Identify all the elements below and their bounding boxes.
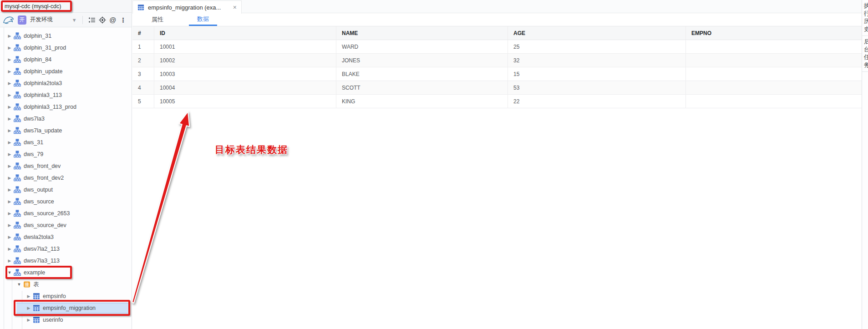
tree-item-dolphinla2tola3[interactable]: ▶dolphinla2tola3 bbox=[0, 77, 132, 89]
expand-arrow-icon[interactable]: ▶ bbox=[6, 69, 13, 74]
table-row[interactable]: 210002JONES32 bbox=[132, 54, 862, 67]
right-panel-tab-0[interactable]: 执行历史 bbox=[862, 0, 868, 36]
expand-arrow-icon[interactable]: ▶ bbox=[6, 105, 13, 109]
expand-arrow-icon[interactable]: ▶ bbox=[6, 176, 13, 180]
tab-close-icon[interactable]: × bbox=[233, 4, 237, 11]
tree-item-dolphin-31[interactable]: ▶dolphin_31 bbox=[0, 30, 132, 42]
table-cell[interactable]: 2 bbox=[132, 54, 154, 67]
env-selector-label: 开发环境 bbox=[30, 16, 53, 24]
table-cell[interactable]: 10004 bbox=[154, 81, 336, 94]
table-cell[interactable]: 53 bbox=[508, 81, 686, 94]
more-icon[interactable]: ⋮ bbox=[118, 15, 128, 25]
right-panel-tab-1[interactable]: 后台任务 bbox=[862, 36, 868, 72]
table-cell[interactable]: 4 bbox=[132, 81, 154, 94]
expand-arrow-icon[interactable]: ▶ bbox=[6, 211, 13, 216]
tree-item-dws7la3[interactable]: ▶dws7la3 bbox=[0, 113, 132, 125]
tree-item-dwsv7la2-113[interactable]: ▶dwsv7la2_113 bbox=[0, 243, 132, 255]
tree-item-dws-output[interactable]: ▶dws_output bbox=[0, 184, 132, 196]
tree-item-dws-front-dev[interactable]: ▶dws_front_dev bbox=[0, 160, 132, 172]
tree-item-dws-79[interactable]: ▶dws_79 bbox=[0, 148, 132, 160]
tree-item--[interactable]: ▼表 bbox=[0, 278, 132, 290]
expand-arrow-icon[interactable]: ▶ bbox=[6, 140, 13, 145]
table-row[interactable]: 310003BLAKE15 bbox=[132, 67, 862, 81]
tree-item-dolphinla3-113-prod[interactable]: ▶dolphinla3_113_prod bbox=[0, 101, 132, 113]
table-row[interactable]: 510005KING22 bbox=[132, 95, 862, 108]
expand-arrow-icon[interactable]: ▶ bbox=[6, 187, 13, 192]
table-cell[interactable]: JONES bbox=[336, 54, 508, 67]
locate-icon[interactable] bbox=[97, 15, 107, 25]
subtab-properties[interactable]: 属性 bbox=[143, 13, 172, 26]
expand-arrow-icon[interactable]: ▶ bbox=[6, 199, 13, 204]
expand-arrow-icon[interactable]: ▶ bbox=[25, 294, 32, 299]
tree-item-dws-source-2653[interactable]: ▶dws_source_2653 bbox=[0, 208, 132, 219]
tree-item-dwsla2tola3[interactable]: ▶dwsla2tola3 bbox=[0, 231, 132, 243]
tree-item-userinfo[interactable]: ▶userinfo bbox=[0, 314, 132, 326]
expand-arrow-icon[interactable]: ▶ bbox=[6, 223, 13, 228]
column-header-id[interactable]: ID bbox=[154, 26, 336, 40]
tree-item-dolphin-update[interactable]: ▶dolphin_update bbox=[0, 66, 132, 77]
expand-arrow-icon[interactable]: ▶ bbox=[6, 164, 13, 168]
tree-item-dws7la-update[interactable]: ▶dws7la_update bbox=[0, 125, 132, 137]
table-row[interactable]: 410004SCOTT53 bbox=[132, 81, 862, 95]
expand-arrow-icon[interactable]: ▶ bbox=[6, 46, 13, 50]
table-cell[interactable]: 25 bbox=[508, 40, 686, 53]
table-cell[interactable]: 32 bbox=[508, 54, 686, 67]
table-row[interactable]: 110001WARD25 bbox=[132, 40, 862, 54]
column-header-empno[interactable]: EMPNO bbox=[686, 26, 862, 40]
table-cell[interactable] bbox=[686, 67, 862, 81]
tree-item-dolphin-84[interactable]: ▶dolphin_84 bbox=[0, 54, 132, 66]
expand-arrow-icon[interactable]: ▶ bbox=[6, 247, 13, 251]
table-cell[interactable]: 1 bbox=[132, 40, 154, 53]
tree-item-dws-source[interactable]: ▶dws_source bbox=[0, 196, 132, 208]
table-cell[interactable]: 15 bbox=[508, 67, 686, 81]
expand-arrow-icon[interactable]: ▶ bbox=[6, 258, 13, 263]
tree-item-dws-front-dev2[interactable]: ▶dws_front_dev2 bbox=[0, 172, 132, 184]
subtab-data[interactable]: 数据 bbox=[189, 13, 217, 26]
schema-icon bbox=[14, 151, 21, 158]
tree-item-dws-source-dev[interactable]: ▶dws_source_dev bbox=[0, 219, 132, 231]
table-cell[interactable]: SCOTT bbox=[336, 81, 508, 94]
column-header-age[interactable]: AGE bbox=[508, 26, 686, 40]
table-cell[interactable] bbox=[686, 81, 862, 94]
collapse-arrow-icon[interactable]: ▼ bbox=[16, 282, 22, 287]
tree-item-empsinfo[interactable]: ▶empsinfo bbox=[0, 290, 132, 302]
expand-arrow-icon[interactable]: ▶ bbox=[25, 318, 32, 322]
table-cell[interactable]: 10001 bbox=[154, 40, 336, 53]
table-cell[interactable]: 10005 bbox=[154, 95, 336, 108]
table-cell[interactable] bbox=[686, 54, 862, 67]
expand-arrow-icon[interactable]: ▶ bbox=[6, 116, 13, 121]
mention-icon[interactable]: @ bbox=[108, 15, 117, 25]
chevron-down-icon[interactable]: ▼ bbox=[72, 17, 77, 23]
tree-item-empsinfo-miggration[interactable]: ▶empsinfo_miggration bbox=[0, 302, 132, 314]
column-header-row-number[interactable]: # bbox=[132, 26, 154, 40]
list-settings-icon[interactable] bbox=[87, 15, 97, 25]
expand-arrow-icon[interactable]: ▶ bbox=[6, 81, 13, 86]
expand-arrow-icon[interactable]: ▶ bbox=[6, 34, 13, 38]
table-cell[interactable]: WARD bbox=[336, 40, 508, 53]
collapse-arrow-icon[interactable]: ▼ bbox=[6, 270, 13, 275]
table-cell[interactable]: 10003 bbox=[154, 67, 336, 81]
table-cell[interactable] bbox=[686, 40, 862, 53]
table-cell[interactable]: BLAKE bbox=[336, 67, 508, 81]
table-cell[interactable]: 5 bbox=[132, 95, 154, 108]
expand-arrow-icon[interactable]: ▶ bbox=[6, 128, 13, 133]
schema-icon bbox=[14, 174, 21, 182]
tab-empsinfo-miggration[interactable]: empsinfo_miggration (exa... × bbox=[132, 0, 242, 14]
expand-arrow-icon[interactable]: ▶ bbox=[25, 306, 32, 310]
tree-item-dws-31[interactable]: ▶dws_31 bbox=[0, 137, 132, 148]
expand-arrow-icon[interactable]: ▶ bbox=[6, 235, 13, 239]
tree-item-example[interactable]: ▼example bbox=[0, 267, 132, 278]
expand-arrow-icon[interactable]: ▶ bbox=[6, 93, 13, 97]
env-badge: 开 bbox=[18, 15, 26, 25]
table-cell[interactable]: 3 bbox=[132, 67, 154, 81]
column-header-name[interactable]: NAME bbox=[336, 26, 508, 40]
table-cell[interactable]: 22 bbox=[508, 95, 686, 108]
table-cell[interactable]: KING bbox=[336, 95, 508, 108]
table-cell[interactable] bbox=[686, 95, 862, 108]
tree-item-dolphin-31-prod[interactable]: ▶dolphin_31_prod bbox=[0, 42, 132, 54]
tree-item-dolphinla3-113[interactable]: ▶dolphinla3_113 bbox=[0, 89, 132, 101]
tree-item-dwsv7la3-113[interactable]: ▶dwsv7la3_113 bbox=[0, 255, 132, 267]
table-cell[interactable]: 10002 bbox=[154, 54, 336, 67]
expand-arrow-icon[interactable]: ▶ bbox=[6, 57, 13, 62]
expand-arrow-icon[interactable]: ▶ bbox=[6, 152, 13, 157]
